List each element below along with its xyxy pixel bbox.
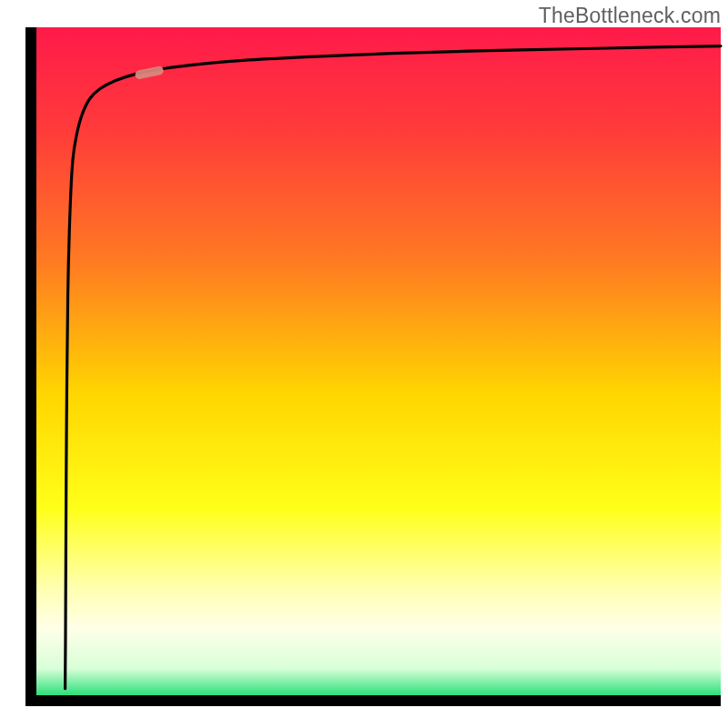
chart-container: TheBottleneck.com xyxy=(0,0,728,728)
y-axis-border xyxy=(25,27,36,706)
plot-background xyxy=(36,27,721,695)
x-axis-border xyxy=(25,695,721,706)
bottleneck-chart xyxy=(0,0,728,728)
watermark-text: TheBottleneck.com xyxy=(539,4,721,28)
